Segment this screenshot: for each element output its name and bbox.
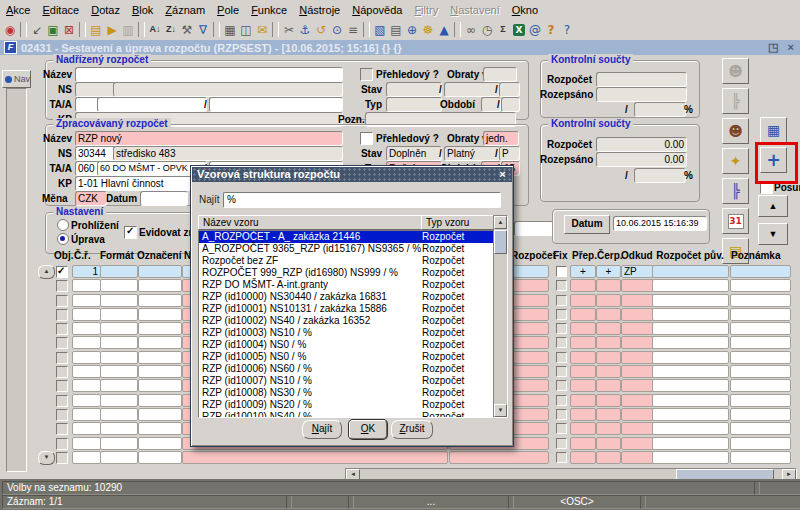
cancel-button[interactable]: Zrušit: [391, 420, 433, 439]
sort-desc-icon[interactable]: Z↓: [163, 21, 179, 38]
menu-item[interactable]: Záznam: [159, 2, 211, 18]
cell-pozn[interactable]: [730, 451, 791, 464]
cell-nazev[interactable]: [182, 451, 448, 464]
RZP (id10010) NS40 / %[interactable]: RZP (id10010) NS40 / % Rozpočet: [199, 411, 494, 418]
fix-checkbox[interactable]: [556, 395, 567, 406]
cell-prep[interactable]: [570, 294, 596, 307]
search-icon[interactable]: ⊙: [329, 21, 345, 38]
table-row[interactable]: ▲ ▼: [0, 451, 800, 465]
menu-item[interactable]: Nápověda: [346, 2, 408, 18]
uprava-radio[interactable]: [57, 233, 69, 245]
cell-cr[interactable]: [72, 422, 101, 435]
web-icon[interactable]: @: [527, 21, 543, 38]
toolbar-separator[interactable]: [20, 22, 27, 37]
cell-odkud[interactable]: [621, 351, 654, 364]
RZP (id10003) NS10 / %[interactable]: RZP (id10003) NS10 / % Rozpočet: [199, 327, 494, 339]
cell-odkud[interactable]: [621, 336, 654, 349]
working-ns-field[interactable]: 30344: [75, 146, 116, 161]
cell-format[interactable]: [100, 437, 138, 450]
menu-item[interactable]: Okno: [506, 2, 544, 18]
cell-cr[interactable]: [72, 394, 101, 407]
rollback-icon[interactable]: ⊠: [61, 21, 77, 38]
record-scroll-down-button[interactable]: ▼: [38, 451, 55, 465]
user-button[interactable]: ☻: [722, 118, 749, 144]
cell-prep[interactable]: [570, 437, 596, 450]
parent-percent-field[interactable]: [634, 102, 686, 117]
cell-oznac[interactable]: [138, 294, 182, 307]
scroll-down-icon[interactable]: ▼: [494, 404, 507, 417]
A_ROZPOČET - A_ zakázka 21446[interactable]: A_ROZPOČET - A_ zakázka 21446 Rozpočet: [199, 231, 494, 243]
menu-item[interactable]: Pole: [211, 2, 245, 18]
clock-icon[interactable]: ◷: [479, 21, 495, 38]
cell-cr[interactable]: [72, 437, 101, 450]
report-icon[interactable]: ▤: [388, 21, 404, 38]
cell-prep[interactable]: [570, 322, 596, 335]
menu-item[interactable]: Dotaz: [85, 2, 126, 18]
cell-cr[interactable]: [72, 351, 101, 364]
exit-icon[interactable]: ◉: [2, 21, 18, 38]
cell-format[interactable]: [100, 451, 138, 464]
enter-query-icon[interactable]: ▤: [88, 21, 104, 38]
cell-cr[interactable]: [72, 365, 101, 378]
cell-prep[interactable]: [570, 408, 596, 421]
interrupt-icon[interactable]: ↙: [29, 21, 45, 38]
cell-pozn[interactable]: [730, 279, 791, 292]
cell-oznac[interactable]: [138, 451, 182, 464]
key-button[interactable]: ✦: [722, 148, 749, 174]
cell-odkud[interactable]: [621, 408, 654, 421]
cell-cerp[interactable]: [596, 394, 621, 407]
cell-odkud[interactable]: [621, 322, 654, 335]
menu-item[interactable]: Akce: [0, 2, 36, 18]
cell-pozn[interactable]: [730, 437, 791, 450]
cell-pozn[interactable]: [730, 365, 791, 378]
cell-cerp[interactable]: [596, 322, 621, 335]
structure-button-disabled[interactable]: ╠: [722, 88, 749, 114]
fix-checkbox[interactable]: [556, 280, 567, 291]
parent-rozpocet-field[interactable]: [596, 72, 687, 87]
fix-checkbox[interactable]: [556, 380, 567, 391]
cell-pozn[interactable]: [730, 308, 791, 321]
cell-odkud[interactable]: ZP: [621, 265, 654, 278]
cell-oznac[interactable]: [138, 394, 182, 407]
cell-oznac[interactable]: [138, 351, 182, 364]
filter-icon[interactable]: ∇: [195, 21, 211, 38]
menu-item[interactable]: Nastavení: [444, 2, 506, 18]
menu-item[interactable]: Editace: [36, 2, 85, 18]
parent-typ-field[interactable]: [386, 97, 442, 112]
cell-pozn[interactable]: [730, 336, 791, 349]
row-select-checkbox[interactable]: [56, 295, 68, 307]
cell-oznac[interactable]: [138, 336, 182, 349]
cell-odkud[interactable]: [621, 394, 654, 407]
cell-cerp[interactable]: [596, 308, 621, 321]
cell-cr[interactable]: [72, 379, 101, 392]
cell-format[interactable]: [100, 394, 138, 407]
Rozpočet bez ZF[interactable]: Rozpočet bez ZF Rozpočet: [199, 255, 494, 267]
print-icon[interactable]: ▦: [222, 21, 238, 38]
cell-rozpuv[interactable]: [652, 308, 729, 321]
row-select-checkbox[interactable]: [56, 352, 68, 364]
RZP (id10008) NS30 / %[interactable]: RZP (id10008) NS30 / % Rozpočet: [199, 387, 494, 399]
prohlizeni-radio[interactable]: [57, 219, 69, 231]
scrollbar-thumb[interactable]: [494, 230, 507, 254]
cell-cerp[interactable]: [596, 408, 621, 421]
evidovat-zmeny-checkbox[interactable]: [124, 226, 137, 239]
cell-format[interactable]: [100, 322, 138, 335]
find-button[interactable]: Najít: [302, 420, 342, 439]
find-input[interactable]: %: [223, 192, 501, 208]
cell-format[interactable]: [100, 294, 138, 307]
fix-checkbox[interactable]: [556, 352, 567, 363]
toolbar-separator[interactable]: [213, 22, 220, 37]
fix-checkbox[interactable]: [556, 295, 567, 306]
cell-cerp[interactable]: [596, 336, 621, 349]
working-obraty-field[interactable]: jedn.: [483, 131, 519, 146]
row-select-checkbox[interactable]: [56, 323, 68, 335]
row-select-checkbox[interactable]: [56, 395, 68, 407]
cell-prep[interactable]: [570, 394, 596, 407]
cell-format[interactable]: [100, 379, 138, 392]
fix-checkbox[interactable]: [556, 266, 567, 277]
cell-cerp[interactable]: [596, 279, 621, 292]
cell-format[interactable]: [100, 422, 138, 435]
cell-rozpuv[interactable]: [652, 351, 729, 364]
scroll-up-icon[interactable]: ▲: [494, 216, 507, 229]
col-header-nazev-vzoru[interactable]: Název vzoru: [198, 215, 425, 230]
